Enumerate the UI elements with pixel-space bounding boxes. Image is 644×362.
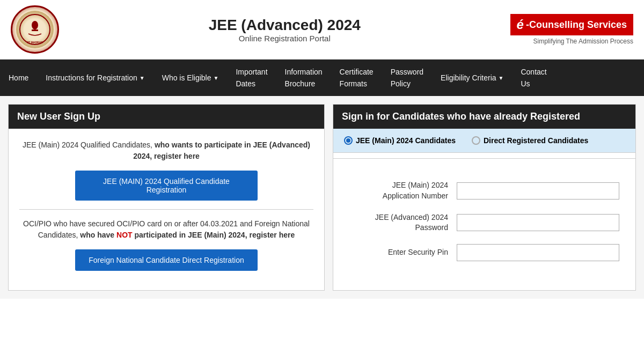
- header-center: JEE (Advanced) 2024 Online Registration …: [59, 17, 510, 43]
- radio-jee-main-label: JEE (Main) 2024 Candidates: [356, 136, 456, 145]
- nav-eligibility-criteria-arrow: ▼: [499, 75, 504, 81]
- nav-information-brochure[interactable]: Information Brochure: [276, 60, 331, 96]
- nav-information-brochure-label-2: Brochure: [285, 79, 316, 88]
- security-pin-input[interactable]: [457, 244, 619, 261]
- radio-bar: JEE (Main) 2024 Candidates Direct Regist…: [333, 129, 635, 153]
- nav-who-eligible[interactable]: Who is Eligible ▼: [153, 60, 228, 96]
- radio-direct-registered-circle[interactable]: [472, 136, 480, 145]
- section1-bold: who wants to participate in JEE (Advance…: [133, 141, 310, 160]
- application-number-label: JEE (Main) 2024Application Number: [349, 180, 457, 201]
- counselling-tagline: Simplifying The Admission Process: [533, 38, 633, 45]
- password-input[interactable]: [457, 214, 619, 231]
- counselling-logo: é -Counselling Services Simplifying The …: [510, 14, 633, 45]
- nav-instructions-arrow: ▼: [140, 75, 145, 81]
- section2-text: OCI/PIO who have secured OCI/PIO card on…: [19, 218, 313, 241]
- site-subtitle: Online Registration Portal: [59, 34, 510, 43]
- password-row: JEE (Advanced) 2024Password: [349, 212, 619, 233]
- nav-certificate-formats-label-2: Formats: [340, 79, 367, 88]
- foreign-national-registration-button[interactable]: Foreign National Candidate Direct Regist…: [75, 249, 258, 271]
- signin-panel: Sign in for Candidates who have already …: [333, 104, 636, 291]
- radio-direct-registered[interactable]: Direct Registered Candidates: [472, 136, 588, 145]
- section1-text: JEE (Main) 2024 Qualified Candidates, wh…: [19, 139, 313, 162]
- nav-password-policy-label-2: Policy: [391, 79, 411, 88]
- counselling-service-label: -Counselling Services: [526, 19, 627, 31]
- signin-title: Sign in for Candidates who have already …: [333, 105, 635, 129]
- nav-important-dates-label-2: Dates: [236, 79, 255, 88]
- new-user-body: JEE (Main) 2024 Qualified Candidates, wh…: [9, 129, 324, 290]
- svg-text:IIT MADRAS: IIT MADRAS: [27, 41, 43, 44]
- radio-direct-registered-label: Direct Registered Candidates: [484, 136, 588, 145]
- nav-important-dates[interactable]: Important Dates: [227, 60, 276, 96]
- nav-information-brochure-label-1: Information: [285, 67, 323, 77]
- main-content: New User Sign Up JEE (Main) 2024 Qualifi…: [0, 96, 644, 299]
- nav-important-dates-label-1: Important: [236, 67, 267, 77]
- iit-madras-logo: IIT MADRAS: [11, 5, 59, 54]
- divider1: [19, 209, 313, 210]
- nav-eligibility-criteria-label: Eligibility Criteria: [441, 73, 496, 82]
- security-pin-label: Enter Security Pin: [349, 247, 457, 258]
- nav-contact-us-label-2: Us: [521, 79, 530, 88]
- nav-eligibility-criteria[interactable]: Eligibility Criteria ▼: [432, 60, 512, 96]
- svg-point-2: [32, 21, 38, 29]
- nav-home[interactable]: Home: [0, 60, 37, 96]
- header: IIT MADRAS JEE (Advanced) 2024 Online Re…: [0, 0, 644, 60]
- site-title: JEE (Advanced) 2024: [59, 17, 510, 34]
- section2-red: NOT: [116, 231, 133, 239]
- application-number-row: JEE (Main) 2024Application Number: [349, 180, 619, 201]
- section1-plain: JEE (Main) 2024 Qualified Candidates,: [23, 141, 155, 149]
- navbar: Home Instructions for Registration ▼ Who…: [0, 60, 644, 96]
- signin-form: JEE (Main) 2024Application Number JEE (A…: [333, 169, 635, 282]
- jee-main-registration-button[interactable]: JEE (MAIN) 2024 Qualified Candidate Regi…: [75, 171, 258, 201]
- nav-instructions[interactable]: Instructions for Registration ▼: [37, 60, 153, 96]
- section2-bold-post: participated in JEE (Main) 2024, registe…: [133, 231, 295, 239]
- password-label: JEE (Advanced) 2024Password: [349, 212, 457, 233]
- svg-rect-3: [32, 29, 38, 31]
- nav-contact-us[interactable]: Contact Us: [512, 60, 555, 96]
- nav-contact-us-label-1: Contact: [521, 67, 546, 77]
- signin-divider: [333, 158, 635, 159]
- application-number-input[interactable]: [457, 182, 619, 200]
- nav-home-label: Home: [9, 73, 28, 82]
- nav-certificate-formats[interactable]: Certificate Formats: [331, 60, 382, 96]
- radio-jee-main-circle[interactable]: [344, 136, 353, 145]
- nav-certificate-formats-label-1: Certificate: [340, 67, 374, 77]
- new-user-title: New User Sign Up: [9, 105, 324, 129]
- nav-who-eligible-arrow: ▼: [214, 75, 219, 81]
- e-logo-letter: é: [517, 17, 524, 32]
- security-pin-row: Enter Security Pin: [349, 244, 619, 261]
- nav-password-policy-label-1: Password: [391, 67, 423, 77]
- radio-jee-main[interactable]: JEE (Main) 2024 Candidates: [344, 136, 456, 145]
- nav-password-policy[interactable]: Password Policy: [382, 60, 432, 96]
- section2-bold-pre: who have: [80, 231, 116, 239]
- nav-who-eligible-label: Who is Eligible: [162, 73, 211, 82]
- nav-instructions-label: Instructions for Registration: [46, 73, 137, 82]
- new-user-signup-panel: New User Sign Up JEE (Main) 2024 Qualifi…: [8, 104, 325, 291]
